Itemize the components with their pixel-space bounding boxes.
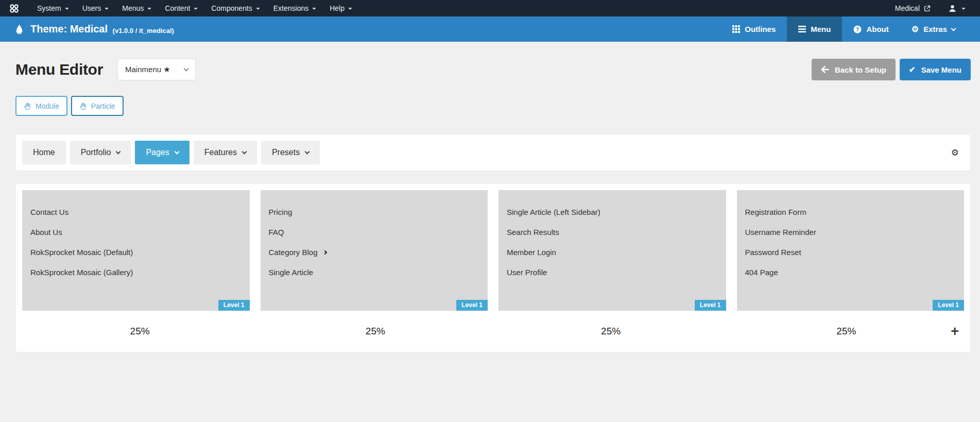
check-icon: ✔	[909, 65, 916, 74]
back-to-setup-button[interactable]: Back to Setup	[812, 59, 896, 80]
submenu-item[interactable]: Contact Us	[22, 202, 250, 222]
submenu-item-label: Single Article	[269, 268, 314, 277]
menu-item-home[interactable]: Home	[22, 141, 66, 164]
chevron-down-icon	[174, 149, 179, 154]
admin-menu: System Users Menus Content Components Ex…	[30, 4, 359, 12]
submenu-item[interactable]: Password Reset	[737, 242, 965, 262]
add-column-button[interactable]: +	[951, 325, 959, 339]
menu-components[interactable]: Components	[204, 4, 266, 12]
submenu-item-label: Single Article (Left Sidebar)	[507, 208, 600, 216]
submenu-column-3: Single Article (Left Sidebar) Search Res…	[498, 190, 726, 311]
submenu-item[interactable]: Username Reminder	[737, 222, 965, 242]
menu-item-home-label: Home	[33, 148, 55, 157]
submenu-item[interactable]: Single Article	[261, 262, 488, 282]
theme-name: Theme: Medical	[30, 23, 108, 35]
menu-content-label: Content	[165, 4, 190, 12]
submenu-item[interactable]: RokSprocket Mosaic (Default)	[22, 242, 250, 262]
gear-icon: ⚙	[912, 25, 919, 33]
level-badge: Level 1	[933, 300, 964, 311]
menu-select-value: Mainmenu ★	[125, 65, 170, 74]
menu-item-features[interactable]: Features	[194, 141, 257, 164]
submenu-editor-card: Contact Us About Us RokSprocket Mosaic (…	[15, 183, 971, 352]
menu-item-portfolio[interactable]: Portfolio	[70, 141, 131, 164]
theme-title: Theme: Medical (v1.0.0 / it_medical)	[15, 16, 174, 42]
menu-settings-gear-icon[interactable]: ⚙	[951, 148, 964, 157]
admin-bar-right: Medical	[895, 4, 966, 13]
tab-outlines-label: Outlines	[745, 25, 776, 33]
hand-grab-icon	[24, 102, 31, 110]
column-width-value[interactable]: 25%	[729, 326, 964, 337]
submenu-item[interactable]: FAQ	[261, 222, 488, 242]
column-width-value[interactable]: 25%	[257, 326, 493, 337]
menu-content[interactable]: Content	[158, 4, 204, 12]
caret-down-icon	[147, 8, 151, 10]
submenu-item-label: Password Reset	[745, 248, 801, 257]
menu-item-portfolio-label: Portfolio	[81, 148, 111, 157]
submenu-column-4: Registration Form Username Reminder Pass…	[737, 190, 965, 311]
menu-menus[interactable]: Menus	[115, 4, 158, 12]
level-badge: Level 1	[218, 300, 250, 311]
column-width-value[interactable]: 25%	[493, 326, 729, 337]
chevron-down-icon	[951, 26, 956, 31]
tab-extras[interactable]: ⚙ Extras	[900, 16, 967, 42]
submenu-item[interactable]: RokSprocket Mosaic (Gallery)	[22, 262, 250, 282]
menu-extensions[interactable]: Extensions	[267, 4, 323, 12]
menu-select[interactable]: Mainmenu ★	[117, 59, 196, 80]
submenu-item[interactable]: 404 Page	[737, 262, 965, 282]
submenu-item-label: Pricing	[269, 208, 293, 216]
droplet-icon	[15, 24, 23, 35]
grid-icon	[732, 25, 740, 33]
column-width-value[interactable]: 25%	[22, 326, 257, 337]
site-preview-link[interactable]: Medical	[895, 4, 931, 12]
save-menu-label: Save Menu	[921, 65, 961, 74]
module-drag-button[interactable]: Module	[15, 96, 67, 116]
caret-down-icon	[312, 8, 316, 10]
submenu-item[interactable]: Member Login	[498, 242, 726, 262]
submenu-item[interactable]: Single Article (Left Sidebar)	[498, 202, 726, 222]
save-menu-button[interactable]: ✔ Save Menu	[900, 59, 971, 80]
menu-system[interactable]: System	[30, 4, 76, 12]
chevron-down-icon	[242, 149, 247, 154]
submenu-item-label: Search Results	[507, 228, 559, 237]
menu-item-presets-label: Presets	[272, 148, 300, 157]
menu-system-label: System	[37, 4, 61, 12]
submenu-item[interactable]: Category Blog	[261, 242, 488, 262]
site-name-label: Medical	[895, 4, 920, 12]
submenu-item-label: Contact Us	[30, 208, 68, 216]
submenu-item-label: Username Reminder	[745, 228, 816, 237]
menu-help-label: Help	[330, 4, 345, 12]
submenu-item[interactable]: Pricing	[261, 202, 488, 222]
theme-title-label: Theme: Medical (v1.0.0 / it_medical)	[30, 23, 174, 35]
submenu-item-label: About Us	[30, 228, 62, 237]
joomla-logo-icon[interactable]	[9, 4, 19, 13]
submenu-item[interactable]: About Us	[22, 222, 250, 242]
menu-item-pages-label: Pages	[146, 148, 169, 157]
menu-extensions-label: Extensions	[273, 4, 308, 12]
menu-users[interactable]: Users	[76, 4, 116, 12]
submenu-column-2: Pricing FAQ Category Blog Single Article…	[261, 190, 488, 311]
svg-text:?: ?	[856, 26, 859, 32]
submenu-item[interactable]: Search Results	[498, 222, 726, 242]
tab-about[interactable]: ? About	[842, 16, 900, 42]
menu-help[interactable]: Help	[323, 4, 359, 12]
toolbox: Module Particle	[15, 96, 971, 116]
tab-menu[interactable]: Menu	[787, 16, 842, 42]
tab-about-label: About	[866, 25, 888, 33]
chevron-down-icon	[184, 66, 189, 71]
submenu-item[interactable]: Registration Form	[737, 202, 965, 222]
submenu-item-label: Registration Form	[745, 208, 806, 216]
caret-down-icon	[65, 8, 69, 10]
chevron-down-icon	[305, 149, 310, 154]
level-badge: Level 1	[456, 300, 488, 311]
user-menu[interactable]	[948, 4, 966, 13]
page-title: Menu Editor	[15, 61, 103, 78]
particle-drag-button[interactable]: Particle	[71, 96, 124, 116]
tab-menu-label: Menu	[811, 25, 831, 33]
menu-item-pages[interactable]: Pages	[135, 141, 189, 164]
header-row: Menu Editor Mainmenu ★ Back to Setup ✔ S…	[15, 59, 971, 80]
tab-outlines[interactable]: Outlines	[721, 16, 787, 42]
column-width-row: 25% 25% 25% 25% +	[22, 311, 964, 352]
submenu-item[interactable]: User Profile	[498, 262, 726, 282]
menu-item-presets[interactable]: Presets	[261, 141, 320, 164]
submenu-column-1: Contact Us About Us RokSprocket Mosaic (…	[22, 190, 250, 311]
